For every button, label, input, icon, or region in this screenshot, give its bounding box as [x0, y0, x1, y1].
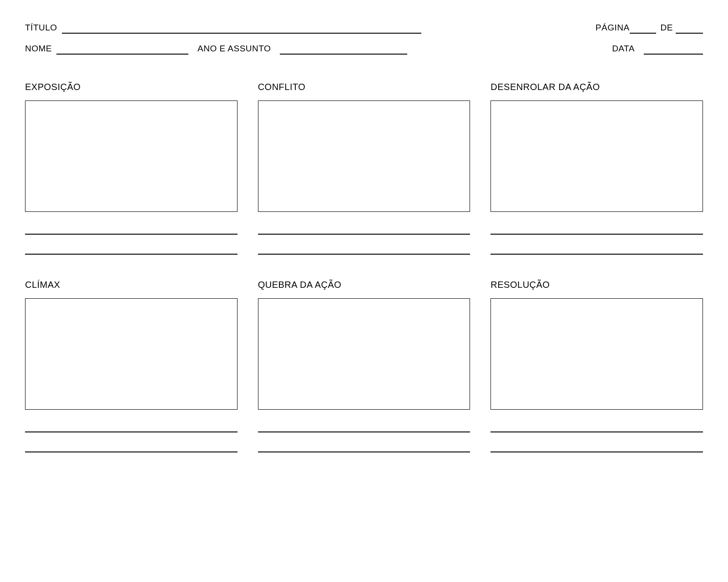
caption-line[interactable]: [258, 245, 470, 255]
de-label: DE: [661, 23, 673, 34]
panel-title: EXPOSIÇÃO: [25, 82, 238, 92]
pagina-label: PÁGINA: [596, 23, 630, 34]
caption-line[interactable]: [490, 442, 703, 452]
caption-line[interactable]: [490, 245, 703, 255]
ano-assunto-label: ANO E ASSUNTO: [197, 44, 271, 55]
header-section: TÍTULO PÁGINA DE NOME ANO E ASSUNTO DATA: [25, 23, 703, 55]
panel-quebra: QUEBRA DA AÇÃO: [258, 280, 470, 452]
pagina-num-input-line[interactable]: [630, 25, 656, 34]
titulo-input-line[interactable]: [62, 25, 421, 34]
caption-line[interactable]: [490, 225, 703, 235]
panel-caption-lines: [490, 422, 703, 452]
header-row-2: NOME ANO E ASSUNTO DATA: [25, 44, 703, 55]
caption-line[interactable]: [25, 225, 238, 235]
caption-line[interactable]: [258, 442, 470, 452]
panel-title: QUEBRA DA AÇÃO: [258, 280, 470, 290]
caption-line[interactable]: [258, 225, 470, 235]
panel-drawing-box[interactable]: [258, 100, 470, 212]
panel-drawing-box[interactable]: [258, 298, 470, 410]
panel-title: CONFLITO: [258, 82, 470, 92]
caption-line[interactable]: [25, 422, 238, 432]
pagina-total-input-line[interactable]: [676, 25, 703, 34]
caption-line[interactable]: [490, 422, 703, 432]
panel-conflito: CONFLITO: [258, 82, 470, 255]
panel-climax: CLÍMAX: [25, 280, 238, 452]
data-input-line[interactable]: [644, 45, 703, 55]
nome-input-line[interactable]: [56, 45, 188, 55]
ano-assunto-input-line[interactable]: [280, 45, 407, 55]
panel-caption-lines: [25, 225, 238, 255]
panel-title: RESOLUÇÃO: [490, 280, 703, 290]
panel-title: CLÍMAX: [25, 280, 238, 290]
panel-desenrolar: DESENROLAR DA AÇÃO: [490, 82, 703, 255]
caption-line[interactable]: [25, 245, 238, 255]
data-label: DATA: [612, 44, 635, 55]
panel-caption-lines: [25, 422, 238, 452]
panel-drawing-box[interactable]: [25, 298, 238, 410]
panel-exposicao: EXPOSIÇÃO: [25, 82, 238, 255]
panel-caption-lines: [258, 422, 470, 452]
panel-title: DESENROLAR DA AÇÃO: [490, 82, 703, 92]
panel-drawing-box[interactable]: [490, 298, 703, 410]
panel-caption-lines: [258, 225, 470, 255]
header-row-1: TÍTULO PÁGINA DE: [25, 23, 703, 34]
titulo-label: TÍTULO: [25, 23, 57, 34]
panel-resolucao: RESOLUÇÃO: [490, 280, 703, 452]
panel-drawing-box[interactable]: [490, 100, 703, 212]
nome-label: NOME: [25, 44, 52, 55]
caption-line[interactable]: [25, 442, 238, 452]
panel-drawing-box[interactable]: [25, 100, 238, 212]
caption-line[interactable]: [258, 422, 470, 432]
panel-caption-lines: [490, 225, 703, 255]
storyboard-grid: EXPOSIÇÃO CONFLITO DESENROLAR DA AÇÃO CL…: [25, 82, 703, 452]
